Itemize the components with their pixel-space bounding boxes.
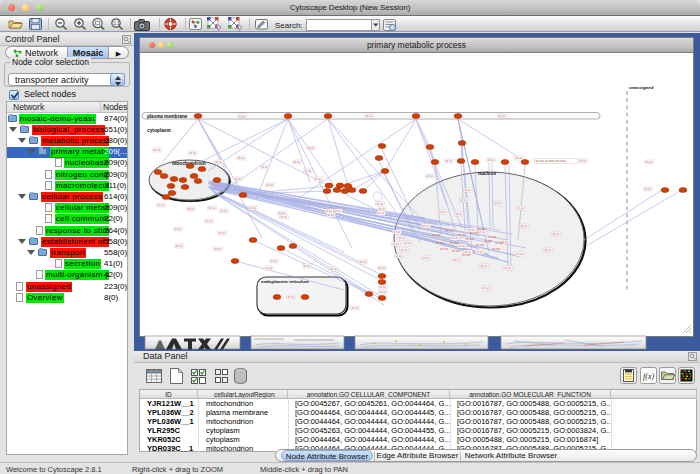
svg-text:an aa: an aa (378, 267, 385, 270)
svg-text:an aa: an aa (455, 213, 462, 216)
svg-text:an aa: an aa (280, 216, 287, 219)
svg-text:xn xax: xn xax (440, 247, 449, 251)
svg-text:xn xax: xn xax (466, 237, 475, 241)
svg-text:an aa: an aa (379, 286, 386, 289)
svg-text:an aa: an aa (422, 225, 429, 228)
svg-text:an aa: an aa (187, 208, 194, 211)
svg-text:an aa: an aa (220, 210, 227, 213)
svg-text:xn xax: xn xax (462, 253, 471, 257)
svg-text:an aa: an aa (379, 291, 386, 294)
svg-text:xn xax: xn xax (484, 239, 493, 243)
svg-text:Search:: Search: (275, 21, 303, 30)
svg-text:an aa: an aa (517, 207, 524, 210)
svg-text:an aa: an aa (426, 175, 433, 178)
svg-text:an aa: an aa (261, 166, 268, 169)
svg-text:an aa: an aa (377, 212, 384, 215)
svg-text:aa nnn aa annn nn anna: aa nnn aa annn nn anna (536, 159, 567, 163)
svg-text:an aa: an aa (579, 160, 586, 163)
svg-text:an aa: an aa (544, 249, 551, 252)
svg-text:an aa: an aa (516, 253, 523, 256)
svg-text:xn xax: xn xax (476, 243, 485, 247)
svg-text:an aa: an aa (392, 243, 399, 246)
svg-text:an aa: an aa (304, 170, 311, 173)
svg-text:an aa: an aa (189, 152, 196, 155)
svg-text:an aa: an aa (451, 237, 458, 240)
svg-text:an aa: an aa (515, 157, 522, 160)
svg-text:an aa: an aa (238, 115, 245, 118)
svg-text:an aa: an aa (400, 249, 407, 252)
svg-text:an aa: an aa (422, 257, 429, 260)
svg-text:an aa: an aa (376, 203, 383, 206)
svg-text:xn xax: xn xax (470, 231, 479, 235)
svg-text:xn xax: xn xax (432, 233, 441, 237)
svg-text:an aa: an aa (314, 178, 321, 181)
svg-text:an aa: an aa (218, 232, 225, 235)
svg-text:f(x): f(x) (643, 372, 654, 381)
svg-text:an aa: an aa (293, 161, 300, 164)
svg-text:an aa: an aa (482, 287, 489, 290)
svg-text:an aa: an aa (270, 260, 277, 263)
svg-text:an aa: an aa (398, 237, 405, 240)
svg-text:an aa: an aa (153, 149, 160, 152)
svg-text:xn xax: xn xax (452, 249, 461, 253)
svg-text:an aa: an aa (453, 259, 460, 262)
svg-text:an aa: an aa (303, 265, 310, 268)
svg-text:an aa: an aa (498, 115, 505, 118)
svg-text:an aa: an aa (445, 160, 452, 163)
svg-text:an aa: an aa (393, 231, 400, 234)
svg-text:an aa: an aa (325, 210, 332, 213)
svg-text:an aa: an aa (174, 228, 181, 231)
svg-text:an aa: an aa (265, 267, 272, 270)
svg-text:an aa: an aa (478, 231, 485, 234)
svg-text:an aa: an aa (476, 251, 483, 254)
svg-text:an aa: an aa (205, 220, 212, 223)
svg-text:1:1: 1:1 (113, 21, 120, 26)
svg-text:an aa: an aa (351, 307, 358, 310)
svg-text:xn xax: xn xax (458, 233, 467, 237)
svg-text:an aa: an aa (480, 265, 487, 268)
svg-text:an aa: an aa (404, 242, 411, 245)
svg-text:an aa: an aa (278, 212, 285, 215)
svg-text:an aa: an aa (266, 184, 273, 187)
svg-text:an aa: an aa (458, 245, 465, 248)
svg-text:an aa: an aa (359, 261, 366, 264)
svg-text:an aa: an aa (334, 210, 341, 213)
svg-text:xn xax: xn xax (492, 247, 501, 251)
svg-text:xn xax: xn xax (495, 241, 504, 245)
svg-text:an aa: an aa (460, 199, 467, 202)
svg-text:xn xax: xn xax (478, 227, 487, 231)
svg-text:an aa: an aa (645, 161, 652, 164)
svg-text:an aa: an aa (175, 245, 182, 248)
svg-text:an aa: an aa (378, 208, 385, 211)
svg-text:an aa: an aa (520, 225, 527, 228)
svg-text:an aa: an aa (234, 178, 241, 181)
svg-text:an aa: an aa (464, 189, 471, 192)
svg-text:an aa: an aa (237, 157, 244, 160)
svg-text:endoplasmic reticulum: endoplasmic reticulum (261, 279, 309, 284)
svg-text:xn xax: xn xax (445, 229, 454, 233)
svg-text:an aa: an aa (395, 255, 402, 258)
svg-text:nucleus: nucleus (478, 171, 496, 176)
svg-text:plasma membrane: plasma membrane (147, 114, 188, 119)
svg-text:an aa: an aa (287, 296, 294, 299)
svg-text:an aa: an aa (552, 233, 559, 236)
svg-text:an aa: an aa (157, 204, 164, 207)
svg-text:an aa: an aa (330, 268, 337, 271)
svg-text:an aa: an aa (214, 248, 221, 251)
svg-text:xn xax: xn xax (436, 241, 445, 245)
svg-text:an aa: an aa (494, 202, 501, 205)
svg-text:an aa: an aa (208, 207, 215, 210)
svg-text:an aa: an aa (365, 115, 372, 118)
svg-text:an aa: an aa (307, 147, 314, 150)
svg-text:an aa: an aa (487, 159, 494, 162)
svg-text:an aa: an aa (438, 211, 445, 214)
svg-text:cytoplasm: cytoplasm (147, 128, 171, 133)
svg-text:unassigned: unassigned (629, 85, 654, 90)
svg-text:an aa: an aa (327, 214, 334, 217)
svg-text:an aa: an aa (504, 267, 511, 270)
svg-text:xn xax: xn xax (450, 241, 459, 245)
svg-text:an aa: an aa (644, 188, 651, 191)
svg-text:an aa: an aa (215, 161, 222, 164)
svg-text:an aa: an aa (249, 207, 256, 210)
